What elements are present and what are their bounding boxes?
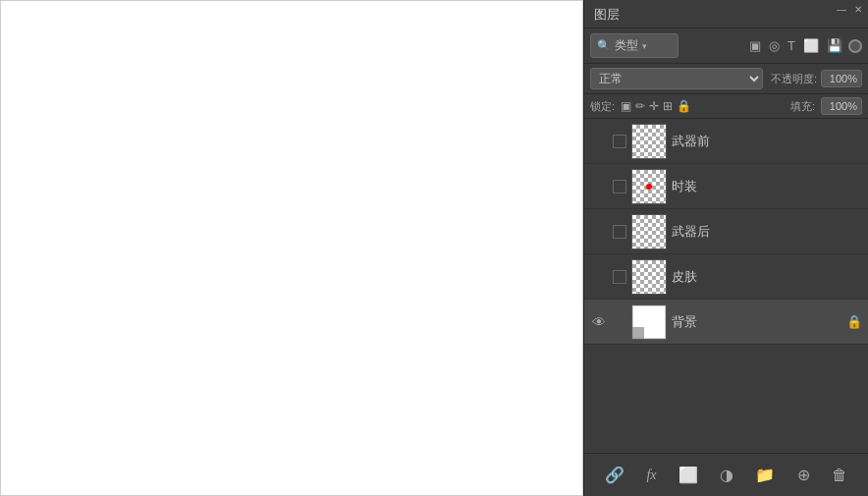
lock-draw-icon[interactable]: ✏ xyxy=(635,99,645,113)
opacity-value[interactable]: 100% xyxy=(821,70,862,87)
layer-lock-icon: 🔒 xyxy=(846,314,862,329)
window-controls: — ✕ xyxy=(831,0,868,19)
filter-icons: ▣ ◎ T ⬜ 💾 xyxy=(747,36,862,55)
layer-visibility-背景[interactable]: 👁 xyxy=(590,314,608,330)
layer-name-背景: 背景 xyxy=(672,313,841,331)
lock-pixel-icon[interactable]: ▣ xyxy=(621,99,631,113)
new-layer-button[interactable]: ⊕ xyxy=(791,462,816,488)
blend-mode-select[interactable]: 正常 xyxy=(590,68,763,89)
link-layers-button[interactable]: 🔗 xyxy=(599,462,630,488)
layer-name-武器前: 武器前 xyxy=(672,133,862,150)
layer-item[interactable]: 时装 xyxy=(584,164,868,209)
filter-indicator xyxy=(848,39,862,53)
layer-checkbox-皮肤[interactable] xyxy=(613,270,626,284)
blend-opacity-row: 正常 不透明度: 100% xyxy=(584,64,868,94)
lock-icons: ▣ ✏ ✛ ⊞ 🔒 xyxy=(621,99,691,113)
panel-titlebar: 图层 ≡ xyxy=(584,0,868,28)
layer-checkbox-时装[interactable] xyxy=(613,180,626,193)
filter-shape-icon[interactable]: ⬜ xyxy=(801,36,821,55)
filter-label: 类型 xyxy=(615,37,638,54)
new-group-button[interactable]: 📁 xyxy=(749,462,781,488)
layer-item[interactable]: 皮肤 xyxy=(584,254,868,300)
delete-layer-button[interactable]: 🗑 xyxy=(826,463,853,488)
main-canvas xyxy=(0,0,583,496)
eye-icon[interactable]: 👁 xyxy=(592,314,606,330)
lock-all-icon[interactable]: 🔒 xyxy=(677,99,691,113)
lock-row: 锁定: ▣ ✏ ✛ ⊞ 🔒 填充: 100% xyxy=(584,94,868,119)
layer-item[interactable]: 👁 背景 🔒 xyxy=(584,300,868,345)
lock-artboard-icon[interactable]: ⊞ xyxy=(663,99,673,113)
fx-button[interactable]: fx xyxy=(640,464,662,487)
layer-item[interactable]: 武器后 xyxy=(584,209,868,254)
filter-pixel-icon[interactable]: ▣ xyxy=(747,36,763,55)
layer-thumbnail-武器前 xyxy=(631,124,667,159)
panel-title: 图层 xyxy=(594,6,620,24)
filter-adjust-icon[interactable]: ◎ xyxy=(767,36,782,55)
layer-checkbox-武器后[interactable] xyxy=(613,225,626,239)
fill-value[interactable]: 100% xyxy=(821,97,862,115)
minimize-button[interactable]: — xyxy=(837,4,846,15)
layers-list: 武器前 时装 武器后 皮肤 xyxy=(584,119,868,453)
panel-footer: 🔗 fx ⬜ ◑ 📁 ⊕ 🗑 xyxy=(584,453,868,496)
adjustments-button[interactable]: ◑ xyxy=(714,462,739,488)
opacity-label: 不透明度: xyxy=(771,72,817,86)
layer-checkbox-武器前[interactable] xyxy=(613,135,626,148)
fill-label: 填充: xyxy=(790,99,815,114)
layer-name-皮肤: 皮肤 xyxy=(672,268,862,286)
filter-dropdown[interactable]: 🔍 类型 ▾ xyxy=(590,33,678,58)
lock-move-icon[interactable]: ✛ xyxy=(649,99,659,113)
layer-name-时装: 时装 xyxy=(672,178,862,195)
lock-label: 锁定: xyxy=(590,99,615,114)
filter-row: 🔍 类型 ▾ ▣ ◎ T ⬜ 💾 xyxy=(584,28,868,64)
layer-thumbnail-时装 xyxy=(631,169,667,204)
layer-item[interactable]: 武器前 xyxy=(584,119,868,164)
filter-text-icon[interactable]: T xyxy=(786,36,797,55)
filter-smart-icon[interactable]: 💾 xyxy=(825,36,844,55)
add-mask-button[interactable]: ⬜ xyxy=(673,462,704,488)
chevron-down-icon: ▾ xyxy=(642,41,647,51)
search-icon: 🔍 xyxy=(597,39,611,52)
close-button[interactable]: ✕ xyxy=(854,4,862,15)
layer-thumbnail-背景 xyxy=(631,304,667,340)
layer-thumbnail-武器后 xyxy=(631,214,667,249)
layers-panel: — ✕ 图层 ≡ 🔍 类型 ▾ ▣ ◎ T ⬜ 💾 正常 不透明度: 100% … xyxy=(583,0,868,496)
layer-thumbnail-皮肤 xyxy=(631,259,667,295)
layer-name-武器后: 武器后 xyxy=(672,223,862,241)
